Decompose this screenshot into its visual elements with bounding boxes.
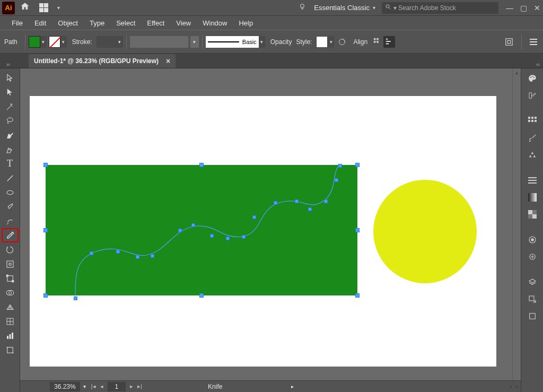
graphic-style-swatch[interactable] <box>316 36 328 48</box>
swatches-panel-icon[interactable] <box>524 114 540 128</box>
transform-icon[interactable] <box>383 36 395 48</box>
menu-window[interactable]: Window <box>197 18 232 29</box>
column-graph-tool[interactable] <box>2 328 19 343</box>
shaper-tool[interactable] <box>2 214 19 228</box>
width-tool[interactable] <box>2 257 19 271</box>
svg-rect-10 <box>386 43 389 44</box>
svg-rect-16 <box>7 261 13 267</box>
perspective-tool[interactable] <box>2 300 19 314</box>
svg-line-2 <box>389 8 391 10</box>
svg-point-15 <box>7 190 13 195</box>
layers-panel-icon[interactable] <box>524 275 540 289</box>
symbols-panel-icon[interactable] <box>524 148 540 162</box>
graphic-styles-panel-icon[interactable] <box>524 250 540 264</box>
workspace-switcher[interactable]: Essentials Classic ▾ <box>314 4 375 12</box>
ellipse-tool[interactable] <box>2 185 19 199</box>
fill-swatch[interactable] <box>29 36 40 48</box>
recolor-icon[interactable] <box>336 36 348 48</box>
isolate-icon[interactable] <box>503 36 515 48</box>
selection-bounding-box[interactable] <box>46 165 357 295</box>
collapse-left-icon[interactable]: ›› <box>6 62 10 67</box>
paintbrush-tool[interactable] <box>2 199 19 214</box>
last-artboard-button[interactable]: ▸| <box>135 383 144 390</box>
align-grid-icon[interactable] <box>372 36 383 48</box>
rotate-tool[interactable] <box>2 242 19 257</box>
artboard-tool[interactable] <box>2 343 19 357</box>
canvas-viewport[interactable]: ▴ 36.23% ▾ |◂ ◂ 1 ▸ ▸| Knife ▸ ◂ ▸ <box>20 68 521 392</box>
menu-select[interactable]: Select <box>111 18 141 29</box>
color-panel-icon[interactable] <box>524 72 540 85</box>
style-dropdown[interactable]: ▾ <box>328 36 334 48</box>
chevron-down-icon[interactable]: ▾ <box>57 5 60 11</box>
close-button[interactable]: ✕ <box>533 4 541 12</box>
pen-tool[interactable] <box>2 128 19 142</box>
artboard[interactable] <box>30 96 496 367</box>
line-tool[interactable] <box>2 171 19 185</box>
variable-width-profile[interactable]: Basic <box>206 36 259 48</box>
zoom-dropdown[interactable]: ▾ <box>80 384 89 389</box>
svg-rect-44 <box>528 193 537 202</box>
asset-export-panel-icon[interactable] <box>524 292 540 306</box>
brush-dropdown[interactable]: ▾ <box>190 36 199 48</box>
home-icon[interactable] <box>20 2 30 14</box>
document-tab[interactable]: Untitled-1* @ 36.23% (RGB/GPU Preview) × <box>29 54 176 68</box>
align-label[interactable]: Align <box>353 38 367 46</box>
menu-object[interactable]: Object <box>52 18 83 29</box>
svg-rect-20 <box>12 280 13 282</box>
menu-effect[interactable]: Effect <box>142 18 170 29</box>
appearance-panel-icon[interactable] <box>524 233 540 247</box>
stroke-panel-icon[interactable] <box>524 173 540 187</box>
shape-builder-tool[interactable] <box>2 285 19 300</box>
status-play-icon[interactable]: ▸ <box>291 384 294 389</box>
opacity-label[interactable]: Opacity <box>270 38 292 46</box>
type-tool[interactable]: T <box>2 156 19 171</box>
menu-type[interactable]: Type <box>84 18 110 29</box>
artboards-panel-icon[interactable] <box>524 309 540 323</box>
brush-definition[interactable] <box>130 36 188 48</box>
collapse-right-icon[interactable]: ‹‹ <box>536 62 540 67</box>
stroke-dropdown[interactable]: ▾ <box>60 36 67 48</box>
fill-dropdown[interactable]: ▾ <box>40 36 47 48</box>
menu-file[interactable]: File <box>6 18 28 29</box>
right-panel-dock <box>521 68 543 392</box>
transparency-panel-icon[interactable] <box>524 207 540 221</box>
first-artboard-button[interactable]: |◂ <box>89 383 98 390</box>
panel-menu-icon[interactable] <box>528 37 539 47</box>
brushes-panel-icon[interactable] <box>524 131 540 145</box>
stroke-weight-field[interactable]: ▾ <box>97 36 123 48</box>
color-guide-panel-icon[interactable] <box>524 89 540 102</box>
vertical-scrollbar[interactable]: ▴ <box>512 68 521 392</box>
zoom-field[interactable]: 36.23% <box>50 382 80 391</box>
eyedropper-tool[interactable] <box>2 228 19 242</box>
menu-help[interactable]: Help <box>233 18 258 29</box>
arrange-documents-button[interactable] <box>39 3 55 13</box>
stroke-swatch[interactable] <box>49 36 60 48</box>
menu-view[interactable]: View <box>171 18 196 29</box>
next-artboard-button[interactable]: ▸ <box>128 383 135 390</box>
style-label: Style: <box>296 38 312 46</box>
prev-artboard-button[interactable]: ◂ <box>98 383 106 390</box>
minimize-button[interactable]: ― <box>506 4 513 12</box>
current-tool-readout: Knife <box>208 383 222 390</box>
free-transform-tool[interactable] <box>2 271 19 285</box>
vp-dropdown[interactable]: ▾ <box>259 36 265 48</box>
close-tab-icon[interactable]: × <box>166 57 170 65</box>
magic-wand-tool[interactable] <box>2 99 19 114</box>
svg-rect-46 <box>532 214 537 219</box>
scroll-right-icon[interactable]: ▸ <box>514 384 521 389</box>
scroll-left-icon[interactable]: ◂ <box>507 384 514 389</box>
discover-icon[interactable] <box>298 3 306 13</box>
selection-tool[interactable] <box>2 71 19 85</box>
search-stock-field[interactable]: ▾ Search Adobe Stock <box>382 2 498 14</box>
gradient-panel-icon[interactable] <box>524 190 540 204</box>
mesh-tool[interactable] <box>2 314 19 328</box>
menu-edit[interactable]: Edit <box>29 18 51 29</box>
curvature-tool[interactable] <box>2 142 19 156</box>
yellow-circle-shape[interactable] <box>373 180 477 283</box>
svg-rect-53 <box>529 313 535 319</box>
maximize-button[interactable]: ▢ <box>520 4 527 12</box>
direct-selection-tool[interactable] <box>2 85 19 99</box>
title-bar: Ai ▾ Essentials Classic ▾ ▾ Search Adobe… <box>0 0 543 16</box>
lasso-tool[interactable] <box>2 114 19 128</box>
artboard-number-field[interactable]: 1 <box>108 382 126 391</box>
